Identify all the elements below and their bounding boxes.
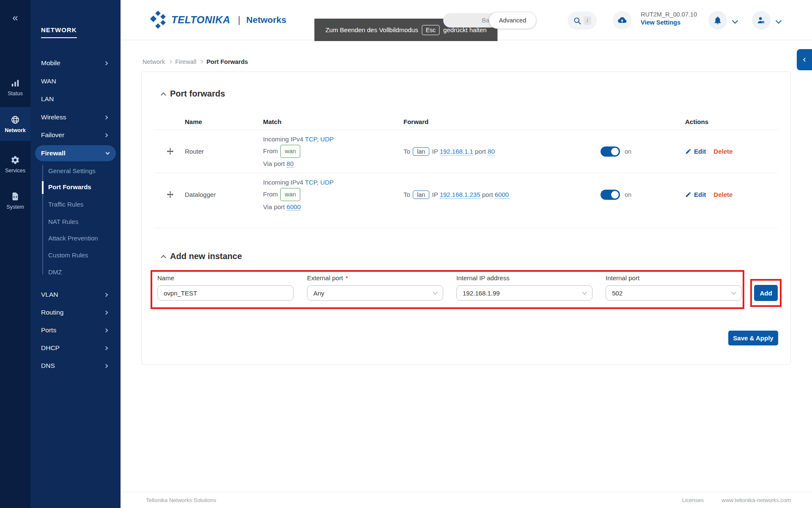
sidebar-item-dhcp[interactable]: DHCP xyxy=(41,344,113,352)
via-port-link[interactable]: 6000 xyxy=(287,203,301,211)
drag-handle[interactable] xyxy=(166,147,174,155)
protocols-link[interactable]: TCP, UDP xyxy=(305,179,334,186)
port-forwards-section-header[interactable]: Port forwards xyxy=(162,89,225,99)
sidebar-title: NETWORK xyxy=(41,26,77,38)
gear-icon xyxy=(11,155,20,165)
notifications-button[interactable] xyxy=(708,11,727,30)
mode-advanced-button[interactable]: Advanced xyxy=(489,12,536,29)
signal-bars-icon xyxy=(11,78,20,88)
toast-text-before: Zum Beenden des Vollbildmodus xyxy=(325,26,418,33)
edit-button[interactable]: Edit xyxy=(685,191,706,198)
view-settings-link[interactable]: View Settings xyxy=(641,19,697,26)
protocols-link[interactable]: TCP, UDP xyxy=(305,135,334,143)
external-port-select[interactable]: Any xyxy=(307,285,443,301)
chevron-right-icon xyxy=(104,133,108,137)
chevron-down-icon xyxy=(731,290,736,294)
rail-item-label: System xyxy=(6,204,24,210)
sidebar-subitem-attack-prevention[interactable]: Attack Prevention xyxy=(48,235,98,242)
name-input[interactable] xyxy=(164,290,287,297)
rail-item-status[interactable]: Status xyxy=(0,70,30,104)
table-header-row: Name Match Forward Actions xyxy=(142,113,790,130)
required-asterisk: * xyxy=(346,274,348,282)
forward-port-link[interactable]: 6000 xyxy=(495,191,509,199)
toggle-state-label: on xyxy=(625,191,631,198)
annotation-rectangle-form: Name External port* Any Internal IP addr… xyxy=(151,270,744,309)
user-menu-chevron-icon[interactable] xyxy=(776,18,782,24)
footer: Teltonika Networks Solutions Licenses ww… xyxy=(121,492,812,508)
rms-cloud-button[interactable] xyxy=(613,11,631,30)
internal-ip-field-group: Internal IP address 192.168.1.99 xyxy=(456,274,593,301)
chevron-down-icon xyxy=(433,290,437,294)
rail-item-services[interactable]: Services xyxy=(0,147,30,181)
forward-ip-link[interactable]: 192.168.1.235 xyxy=(440,191,480,199)
sidebar-item-vlan[interactable]: VLAN xyxy=(41,291,113,298)
sidebar-subitem-traffic-rules[interactable]: Traffic Rules xyxy=(48,201,83,208)
collapse-section-icon xyxy=(161,92,166,98)
drag-handle[interactable] xyxy=(166,190,174,199)
breadcrumb-separator-icon xyxy=(200,60,203,64)
website-link[interactable]: www.teltonika-networks.com xyxy=(721,497,791,503)
sidebar-subitem-nat-rules[interactable]: NAT Rules xyxy=(48,218,78,225)
internal-port-value: 502 xyxy=(612,290,623,297)
forward-port-link[interactable]: 80 xyxy=(488,148,495,155)
internal-port-label: Internal port xyxy=(606,274,639,282)
move-icon xyxy=(166,147,174,155)
zone-tag-wan[interactable]: wan xyxy=(280,145,300,158)
enable-toggle[interactable] xyxy=(601,190,620,200)
sidebar-item-lan[interactable]: LAN xyxy=(41,95,113,103)
breadcrumb-firewall[interactable]: Firewall xyxy=(175,58,196,65)
chevron-right-icon xyxy=(104,61,108,65)
internal-port-select[interactable]: 502 xyxy=(606,285,742,301)
sidebar-item-routing[interactable]: Routing xyxy=(41,309,113,316)
section-divider xyxy=(155,228,777,228)
sidebar-item-firewall[interactable]: Firewall xyxy=(35,145,116,161)
search-shortcut-key: / xyxy=(584,17,591,25)
edit-button[interactable]: Edit xyxy=(685,148,706,155)
via-port-link[interactable]: 80 xyxy=(287,160,294,168)
section-title: Port forwards xyxy=(170,89,225,99)
rail-item-system[interactable]: System xyxy=(0,184,30,218)
breadcrumb-network[interactable]: Network xyxy=(143,58,165,65)
sidebar-subitem-port-forwards[interactable]: Port Forwards xyxy=(48,183,91,190)
sim-card-icon xyxy=(11,192,20,201)
sidebar-subitem-general-settings[interactable]: General Settings xyxy=(48,167,96,174)
user-menu-button[interactable] xyxy=(752,11,771,30)
logo-separator: | xyxy=(238,14,241,25)
delete-button[interactable]: Delete xyxy=(713,148,732,155)
sidebar-item-failover[interactable]: Failover xyxy=(41,131,113,139)
delete-button[interactable]: Delete xyxy=(713,191,732,198)
enable-toggle[interactable] xyxy=(601,146,620,157)
teltonika-logo: TELTONIKA | Networks xyxy=(148,11,286,29)
search-button[interactable]: / xyxy=(568,11,597,30)
sidebar-item-dns[interactable]: DNS xyxy=(41,362,113,370)
add-button[interactable]: Add xyxy=(754,285,778,301)
chevron-right-icon xyxy=(104,346,108,350)
forward-ip-link[interactable]: 192.168.1.1 xyxy=(440,148,473,155)
sidebar-item-ports[interactable]: Ports xyxy=(41,326,113,334)
sidebar-item-mobile[interactable]: Mobile xyxy=(41,59,113,67)
search-icon xyxy=(573,17,582,25)
notifications-chevron-icon[interactable] xyxy=(732,18,738,24)
rail-item-network[interactable]: Network xyxy=(0,107,30,141)
internal-ip-select[interactable]: 192.168.1.99 xyxy=(456,285,593,301)
zone-tag-wan[interactable]: wan xyxy=(280,188,300,201)
zone-tag-lan[interactable]: lan xyxy=(413,190,429,199)
internal-ip-value: 192.168.1.99 xyxy=(463,290,500,297)
column-forward: Forward xyxy=(403,118,601,125)
sidebar-item-wireless[interactable]: Wireless xyxy=(41,113,113,121)
rule-name: Router xyxy=(185,148,263,155)
collapse-sidebar-icon[interactable]: « xyxy=(0,12,30,24)
toggle-state-label: on xyxy=(625,148,631,155)
side-panel-tab[interactable] xyxy=(797,49,812,70)
chevron-down-icon xyxy=(582,290,587,294)
sidebar-item-wan[interactable]: WAN xyxy=(41,77,113,85)
sidebar-subitem-custom-rules[interactable]: Custom Rules xyxy=(48,251,88,259)
licenses-link[interactable]: Licenses xyxy=(682,497,704,503)
sidebar-subitem-dmz[interactable]: DMZ xyxy=(48,268,62,276)
table-row-datalogger: Datalogger Incoming IPv4 TCP, UDP From w… xyxy=(142,173,790,216)
add-instance-section-header[interactable]: Add new instance xyxy=(162,251,242,261)
zone-tag-lan[interactable]: lan xyxy=(413,147,429,156)
bell-icon xyxy=(713,16,722,25)
sidebar-network-menu: NETWORK Mobile WAN LAN Wireless Failover… xyxy=(30,0,121,508)
save-apply-button[interactable]: Save & Apply xyxy=(728,331,778,345)
